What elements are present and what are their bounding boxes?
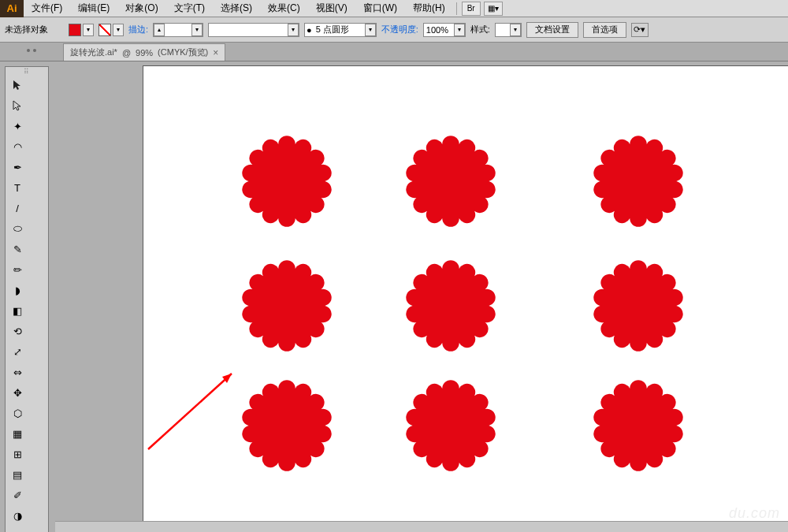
menu-view[interactable]: 视图(V): [308, 0, 355, 17]
flower-shape[interactable]: [241, 260, 333, 352]
menu-file[interactable]: 文件(F): [24, 0, 70, 17]
widget-icon: ⟳▾: [634, 24, 645, 35]
stroke-label[interactable]: 描边:: [128, 24, 148, 35]
line-tool[interactable]: /: [8, 199, 27, 218]
blob-brush-tool[interactable]: ◗: [8, 281, 27, 299]
style-select[interactable]: ▾: [495, 23, 522, 37]
svg-line-0: [148, 374, 232, 449]
flower-shape[interactable]: [593, 136, 684, 227]
stroke-weight-select[interactable]: ▴ ▾: [153, 23, 203, 37]
scale-tool[interactable]: ⤢: [8, 342, 27, 361]
tab-strip: 旋转光波.ai* @ 99% (CMYK/预览) ×: [0, 43, 788, 61]
artboard[interactable]: du.com: [143, 66, 788, 531]
stroke-swatch[interactable]: [98, 24, 111, 36]
selection-tool[interactable]: [8, 76, 27, 95]
stroke-weight-input[interactable]: [165, 25, 191, 35]
watermark: du.com: [729, 505, 780, 522]
menu-bar: Ai 文件(F) 编辑(E) 对象(O) 文字(T) 选择(S) 效果(C) 视…: [0, 0, 788, 17]
document-tab[interactable]: 旋转光波.ai* @ 99% (CMYK/预览) ×: [63, 43, 225, 61]
selection-status: 未选择对象: [5, 24, 48, 35]
chevron-down-icon[interactable]: ▾: [288, 24, 299, 36]
shape-tool[interactable]: ⬭: [8, 219, 27, 238]
menu-edit[interactable]: 编辑(E): [70, 0, 117, 17]
menu-window[interactable]: 窗口(W): [355, 0, 405, 17]
style-label: 样式:: [470, 24, 490, 35]
tab-close-icon[interactable]: ×: [213, 47, 218, 58]
flower-shape[interactable]: [241, 380, 333, 471]
rotate-tool[interactable]: ⟲: [8, 322, 27, 340]
panel-grip[interactable]: [0, 43, 63, 61]
menu-type[interactable]: 文字(T): [166, 0, 213, 17]
pen-tool[interactable]: ✒: [8, 158, 27, 177]
brush-select[interactable]: ▾: [208, 23, 299, 37]
width-tool[interactable]: ⇔: [8, 363, 27, 381]
blend-tool[interactable]: ◑: [8, 506, 27, 525]
stepper-up-icon[interactable]: ▴: [154, 24, 165, 36]
stroke-control[interactable]: ▾: [98, 24, 124, 36]
fill-control[interactable]: ▾: [69, 24, 94, 36]
app-logo: Ai: [0, 0, 24, 17]
direct-selection-tool[interactable]: [8, 96, 27, 115]
chevron-down-icon[interactable]: ▾: [191, 24, 203, 36]
eyedropper-tool[interactable]: ✐: [8, 485, 27, 504]
magic-wand-tool[interactable]: ✦: [8, 117, 27, 136]
flower-shape[interactable]: [405, 260, 496, 352]
tab-at: @: [122, 48, 131, 58]
menu-separator: [456, 2, 457, 15]
free-transform-tool[interactable]: ✥: [8, 383, 27, 402]
opacity-input[interactable]: [424, 25, 454, 35]
tab-filename: 旋转光波.ai*: [70, 47, 117, 58]
mesh-tool[interactable]: ⊞: [8, 445, 27, 463]
perspective-tool[interactable]: ▦: [8, 424, 27, 443]
bridge-button[interactable]: Br: [462, 2, 481, 16]
flower-shape[interactable]: [405, 136, 496, 227]
chevron-down-icon[interactable]: ▾: [510, 24, 521, 36]
chevron-down-icon[interactable]: ▾: [365, 24, 376, 36]
svg-marker-1: [222, 374, 232, 383]
grid-icon: ▦▾: [488, 4, 499, 13]
type-tool[interactable]: T: [8, 178, 27, 197]
fill-swatch[interactable]: [69, 24, 81, 36]
stroke-dropdown-icon[interactable]: ▾: [113, 24, 124, 36]
control-bar: 未选择对象 ▾ ▾ 描边: ▴ ▾ ▾ ● ▾ 不透明度: ▾ 样式: ▾ 文档…: [0, 17, 788, 43]
menu-help[interactable]: 帮助(H): [405, 0, 453, 17]
preferences-button[interactable]: 首选项: [583, 22, 626, 38]
fill-dropdown-icon[interactable]: ▾: [83, 24, 94, 36]
brush-input[interactable]: [209, 25, 288, 35]
lasso-tool[interactable]: ◠: [8, 137, 27, 156]
flower-shape[interactable]: [241, 136, 333, 227]
work-area: du.com: [55, 61, 788, 532]
eraser-tool[interactable]: ◧: [8, 301, 27, 320]
variable-width-input[interactable]: [314, 25, 365, 35]
arrange-documents-button[interactable]: ▦▾: [484, 2, 503, 16]
symbol-sprayer-tool[interactable]: ☼: [8, 526, 27, 532]
flower-shape[interactable]: [593, 260, 684, 352]
tab-zoom: 99%: [136, 48, 153, 58]
toolbox: ✦ ◠ ✒ T / ⬭ ✎ ✏ ◗ ◧ ⟲ ⤢ ⇔ ✥ ⬡ ▦ ⊞ ▤ ✐ ◑ …: [5, 66, 49, 532]
menu-object[interactable]: 对象(O): [117, 0, 165, 17]
opacity-label[interactable]: 不透明度:: [381, 24, 418, 35]
opacity-select[interactable]: ▾: [423, 23, 466, 37]
menu-select[interactable]: 选择(S): [213, 0, 260, 17]
chevron-down-icon[interactable]: ▾: [454, 24, 465, 36]
pencil-tool[interactable]: ✏: [8, 260, 27, 279]
shape-builder-tool[interactable]: ⬡: [8, 404, 27, 422]
document-setup-button[interactable]: 文档设置: [526, 22, 578, 38]
toolbox-grip[interactable]: [7, 69, 46, 75]
tab-mode: (CMYK/预览): [158, 47, 208, 58]
annotation-arrow: [145, 366, 240, 452]
variable-width-select[interactable]: ● ▾: [304, 23, 377, 37]
flower-shape[interactable]: [405, 380, 496, 471]
gradient-tool[interactable]: ▤: [8, 465, 27, 484]
paintbrush-tool[interactable]: ✎: [8, 240, 27, 259]
cycle-widget-button[interactable]: ⟳▾: [631, 23, 649, 37]
flower-shape[interactable]: [593, 380, 684, 471]
horizontal-scrollbar[interactable]: [55, 521, 788, 532]
menu-effect[interactable]: 效果(C): [260, 0, 308, 17]
